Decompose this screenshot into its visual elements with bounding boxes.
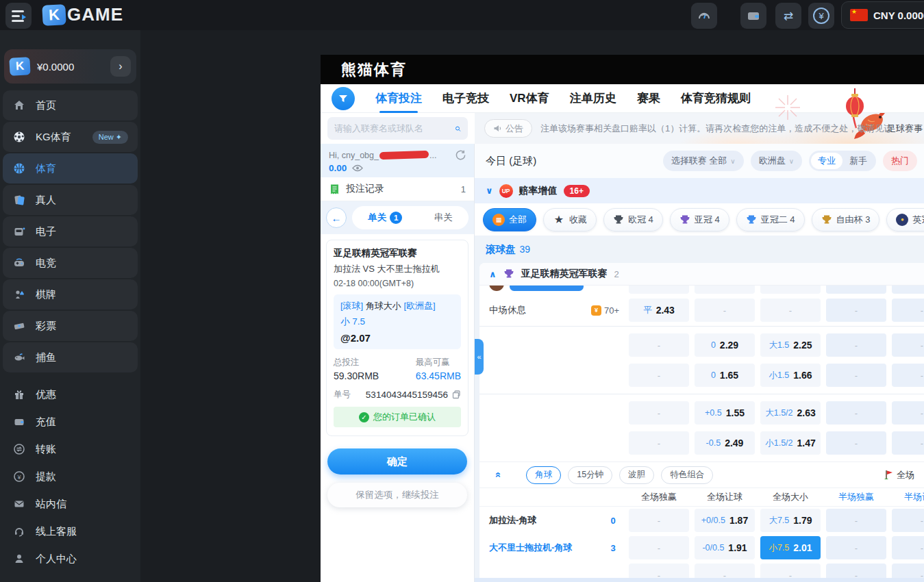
odds-cell[interactable]: -0/0.51.91 (695, 536, 755, 559)
tab-vr-sports[interactable]: VR体育 (510, 90, 549, 106)
odds-cell[interactable]: - (826, 333, 886, 357)
odds-cell[interactable]: - (695, 299, 755, 322)
odds-cell[interactable]: - (892, 333, 924, 357)
odds-cell[interactable]: 大1.52.25 (760, 333, 821, 357)
odds-cell[interactable]: - (892, 401, 924, 425)
league-section-header[interactable]: ∧ 亚足联精英冠军联赛 2 (479, 263, 924, 286)
kgame-logo[interactable]: K GAME (42, 4, 123, 25)
tab-results[interactable]: 赛果 (637, 90, 660, 106)
chip-championship[interactable]: ● 英冠 2 (886, 208, 924, 231)
wallet-icon[interactable] (740, 3, 766, 29)
chip-acl2[interactable]: 亚冠二 4 (736, 208, 805, 231)
odds-cell[interactable]: - (826, 401, 886, 425)
odds-cell[interactable]: 平2.43 (629, 299, 689, 322)
chip-favorites[interactable]: ★ 收藏 (543, 208, 597, 231)
confirm-button[interactable]: 确定 (327, 448, 467, 475)
chip-libertadores[interactable]: 自由杯 3 (812, 208, 880, 231)
odds-cell[interactable]: 02.29 (695, 333, 755, 357)
sidebar-item-lottery[interactable]: 彩票 (3, 311, 138, 341)
odds-cell[interactable]: - (760, 299, 821, 322)
odds-cell[interactable]: +0/0.51.87 (695, 509, 755, 532)
single-bet-tab[interactable]: 单关 1 (368, 212, 402, 224)
odds-cell[interactable]: - (826, 299, 886, 322)
bet-record-row[interactable]: 投注记录 1 (321, 177, 474, 201)
sidebar-item-withdraw[interactable]: ¥ 提款 (3, 463, 138, 490)
parlay-bet-tab[interactable]: 串关 (434, 212, 453, 224)
sidebar-item-live-casino[interactable]: 真人 (3, 185, 138, 215)
odds-cell[interactable]: - (892, 536, 924, 559)
sidebar-item-esports[interactable]: 电竞 (3, 248, 138, 278)
sidebar-item-support[interactable]: 线上客服 (3, 518, 138, 545)
sidebar-item-sports[interactable]: 体育 (3, 153, 138, 184)
odds-cell[interactable]: 01.65 (695, 364, 755, 387)
novice-option[interactable]: 新手 (842, 155, 874, 167)
league-search[interactable] (327, 117, 468, 140)
pro-novice-toggle[interactable]: 专业 新手 (809, 151, 876, 171)
chip-acl[interactable]: 亚冠 4 (670, 208, 729, 231)
chip-ucl[interactable]: 欧冠 4 (603, 208, 663, 231)
odds-cell[interactable]: - (826, 509, 886, 532)
tab-bet-history[interactable]: 注单历史 (570, 90, 616, 106)
sidebar-item-transfer[interactable]: 转账 (3, 435, 138, 463)
sidebar-item-profile[interactable]: 个人中心 (3, 545, 138, 572)
odds-cell[interactable]: - (826, 431, 886, 455)
odds-cell[interactable]: - (629, 401, 689, 425)
odds-cell[interactable]: 大7.51.79 (760, 509, 821, 532)
subtab-specials[interactable]: 特色组合 (661, 466, 713, 484)
chevron-down-icon[interactable]: ∨ (486, 186, 493, 196)
collapse-up-icon[interactable]: « (493, 472, 505, 477)
sidebar-item-slots[interactable]: 电子 (3, 216, 138, 246)
pro-option[interactable]: 专业 (811, 153, 842, 169)
sidebar-item-messages[interactable]: 站内信 (3, 490, 138, 518)
balance-card[interactable]: K ¥0.0000 › (4, 49, 136, 84)
sidebar-item-chess-cards[interactable]: 棋牌 (3, 279, 138, 309)
network-speed-icon[interactable] (691, 3, 717, 29)
balance-expand-button[interactable]: › (110, 56, 131, 77)
currency-selector[interactable]: CNY 0.0000 (841, 1, 924, 29)
tab-rules[interactable]: 体育竞猜规则 (681, 90, 751, 106)
odds-cell[interactable]: 大1.5/22.63 (760, 401, 821, 425)
sidebar-item-deposit[interactable]: 充值 (3, 408, 138, 435)
filter-icon[interactable] (332, 87, 355, 110)
withdraw-icon[interactable]: ¥ (808, 3, 834, 29)
odds-cell-selected[interactable]: 小7.52.01 (760, 536, 821, 559)
sidebar-item-kg-sports[interactable]: KG体育 New ✦ (3, 122, 138, 152)
odds-cell[interactable]: - (629, 364, 689, 387)
odds-cell[interactable]: - (629, 509, 689, 532)
collapse-panel-handle[interactable]: « (475, 339, 484, 375)
odds-cell[interactable]: - (629, 333, 689, 357)
tab-sports-betting[interactable]: 体育投注 (375, 90, 422, 106)
transfer-icon[interactable]: ⇄ (775, 3, 801, 29)
odds-cell[interactable]: - (629, 431, 689, 455)
chip-all[interactable]: ▦ 全部 (483, 208, 536, 231)
search-input[interactable] (334, 123, 455, 134)
sidebar-item-fishing[interactable]: 捕鱼 (3, 342, 138, 372)
odds-cell[interactable]: - (892, 364, 924, 387)
league-select-dropdown[interactable]: 选择联赛 全部∨ (663, 151, 744, 171)
odds-cell[interactable]: - (826, 364, 886, 387)
copy-icon[interactable] (452, 390, 461, 399)
odds-cell[interactable]: 小1.5/21.47 (760, 431, 821, 455)
tab-esports[interactable]: 电子竞技 (442, 90, 489, 106)
odds-cell[interactable]: -0.52.49 (695, 431, 755, 455)
odds-cell[interactable]: - (892, 509, 924, 532)
odds-cell[interactable]: - (892, 431, 924, 455)
odds-cell[interactable]: - (892, 299, 924, 322)
refresh-balance-icon[interactable] (454, 149, 467, 162)
sidebar-item-home[interactable]: 首页 (3, 90, 138, 121)
subtab-corners[interactable]: 角球 (526, 466, 561, 484)
odds-cell[interactable]: 小1.51.66 (760, 364, 821, 387)
subtab-15min[interactable]: 15分钟 (568, 466, 612, 484)
back-button[interactable]: ← (326, 207, 347, 228)
odds-boost-row[interactable]: ∨ UP 赔率增值 16+ (475, 178, 924, 203)
sidebar-item-clipped[interactable] (3, 572, 138, 582)
odds-cell[interactable]: - (629, 536, 689, 559)
search-icon[interactable] (455, 123, 461, 135)
market-type-dropdown[interactable]: 欧洲盘∨ (751, 151, 802, 171)
chevron-up-icon[interactable]: ∧ (489, 269, 497, 279)
hot-filter[interactable]: 热门 (883, 151, 917, 171)
keep-selection-button[interactable]: 保留选项，继续投注 (327, 483, 467, 507)
subtab-correct-score[interactable]: 波胆 (619, 466, 654, 484)
sidebar-item-promotions[interactable]: 优惠 (3, 381, 138, 408)
scope-fulltime[interactable]: 全场 (884, 469, 914, 481)
